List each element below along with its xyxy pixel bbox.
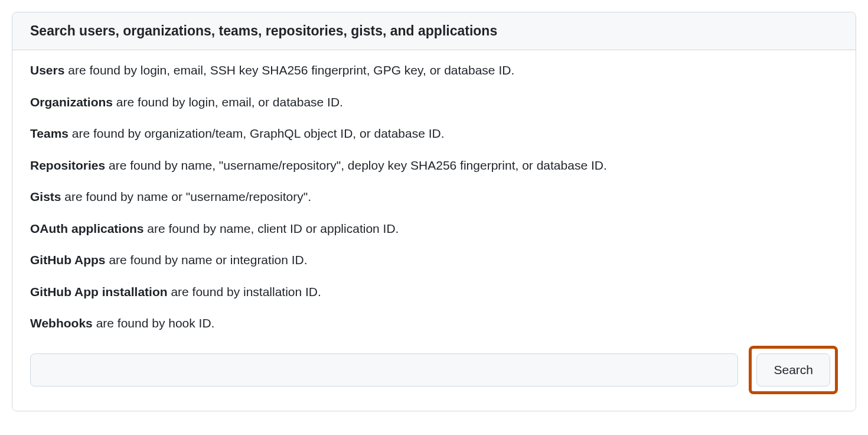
help-line-text: are found by organization/team, GraphQL … bbox=[68, 126, 445, 140]
help-line-repositories: Repositories are found by name, "usernam… bbox=[30, 156, 838, 175]
help-line-text: are found by name, client ID or applicat… bbox=[144, 222, 399, 235]
search-input[interactable] bbox=[30, 353, 738, 387]
help-line-text: are found by hook ID. bbox=[93, 316, 215, 330]
help-line-text: are found by login, email, SSH key SHA25… bbox=[64, 63, 514, 77]
search-row: Search bbox=[30, 346, 838, 394]
help-line-organizations: Organizations are found by login, email,… bbox=[30, 93, 838, 112]
help-line-bold: Organizations bbox=[30, 95, 113, 109]
help-line-bold: GitHub Apps bbox=[30, 253, 106, 267]
help-line-bold: Teams bbox=[30, 126, 68, 140]
help-line-text: are found by name or "username/repositor… bbox=[61, 190, 311, 203]
help-line-github-apps: GitHub Apps are found by name or integra… bbox=[30, 251, 838, 270]
help-line-webhooks: Webhooks are found by hook ID. bbox=[30, 314, 838, 333]
help-line-teams: Teams are found by organization/team, Gr… bbox=[30, 124, 838, 143]
help-line-text: are found by name or integration ID. bbox=[106, 253, 308, 267]
help-line-users: Users are found by login, email, SSH key… bbox=[30, 61, 838, 80]
help-line-bold: Gists bbox=[30, 190, 61, 203]
panel-title: Search users, organizations, teams, repo… bbox=[12, 12, 856, 50]
panel-body: Users are found by login, email, SSH key… bbox=[12, 50, 856, 411]
help-line-text: are found by login, email, or database I… bbox=[113, 95, 343, 109]
help-line-bold: Webhooks bbox=[30, 316, 93, 330]
help-line-text: are found by name, "username/repository"… bbox=[105, 158, 607, 172]
help-line-bold: OAuth applications bbox=[30, 222, 144, 235]
help-line-text: are found by installation ID. bbox=[168, 285, 321, 298]
search-panel: Search users, organizations, teams, repo… bbox=[12, 12, 856, 411]
help-line-bold: Users bbox=[30, 63, 64, 77]
search-button[interactable]: Search bbox=[756, 353, 830, 387]
help-line-oauth-applications: OAuth applications are found by name, cl… bbox=[30, 219, 838, 238]
help-line-github-app-installation: GitHub App installation are found by ins… bbox=[30, 283, 838, 301]
help-line-bold: Repositories bbox=[30, 158, 105, 172]
help-line-gists: Gists are found by name or "username/rep… bbox=[30, 187, 838, 206]
help-line-bold: GitHub App installation bbox=[30, 285, 168, 298]
search-button-highlight: Search bbox=[749, 346, 838, 394]
